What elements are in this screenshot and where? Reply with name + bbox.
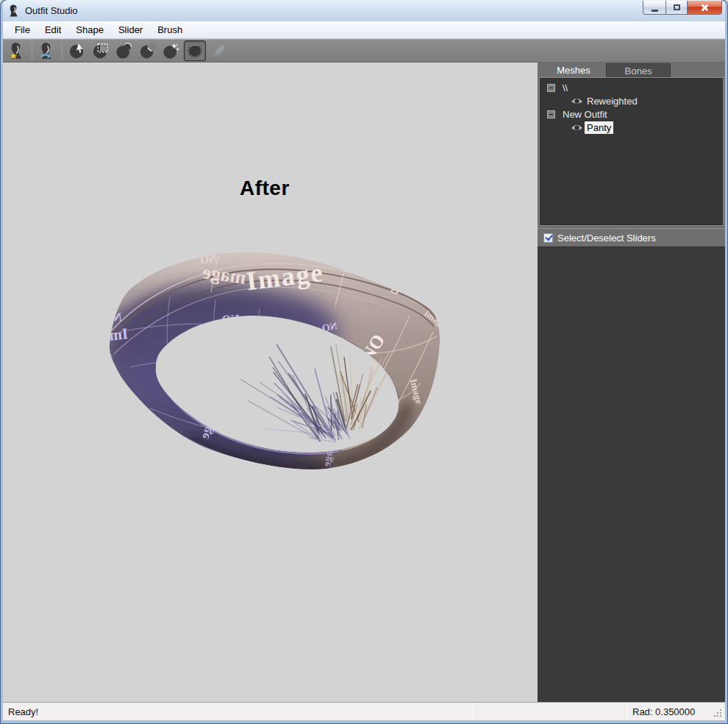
color-brush-icon [210, 42, 227, 60]
main-content: Image mage NO Image Image NO Image NO Im… [3, 63, 725, 702]
tab-bones[interactable]: Bones [606, 63, 671, 77]
tree-item-reweighted[interactable]: Reweighted [540, 94, 722, 107]
window-title: Outfit Studio [25, 5, 643, 16]
glitch-spikes [240, 338, 389, 442]
svg-text:NO: NO [104, 310, 123, 324]
mask-brush-icon [92, 42, 110, 60]
status-message: Ready! [8, 706, 38, 717]
menu-file[interactable]: File [7, 22, 38, 38]
eye-icon[interactable] [571, 96, 583, 105]
tree-item-new-outfit[interactable]: New Outfit [540, 107, 722, 121]
toolbar-separator [62, 42, 63, 60]
maximize-icon [674, 4, 680, 10]
inflate-brush-button[interactable] [113, 40, 135, 61]
minimize-icon [652, 10, 658, 12]
svg-text:Image: Image [308, 335, 343, 355]
svg-text:Image: Image [206, 327, 249, 347]
titlebar[interactable]: Outfit Studio [3, 0, 725, 21]
slider-toggle-bar[interactable]: Select/Deselect Sliders [538, 228, 725, 246]
inflate-brush-icon [115, 42, 133, 60]
deflate-brush-button[interactable] [137, 40, 159, 61]
load-project-button[interactable] [36, 40, 58, 61]
window-controls [643, 1, 722, 15]
select-tool-button[interactable] [66, 40, 88, 61]
load-project-icon [38, 42, 56, 60]
mask-brush-button[interactable] [90, 40, 112, 61]
tree-item-root[interactable]: \\ [540, 81, 722, 94]
collapse-icon[interactable] [547, 110, 555, 118]
close-button[interactable] [688, 1, 722, 15]
weight-brush-button[interactable] [184, 40, 206, 61]
app-icon [7, 4, 20, 17]
statusbar-divider [627, 705, 627, 718]
panty-mesh: Image mage NO Image Image NO Image NO Im… [3, 63, 538, 702]
maximize-button[interactable] [665, 1, 688, 15]
select-tool-icon [68, 42, 86, 60]
menu-slider[interactable]: Slider [111, 22, 150, 38]
tab-meshes[interactable]: Meshes [541, 63, 606, 77]
meshes-panel: Meshes Bones \\ Reweighted [538, 63, 725, 702]
statusbar: Ready! Rad: 0.350000 [3, 702, 725, 720]
minimize-button[interactable] [643, 1, 665, 15]
color-brush-button[interactable] [207, 40, 229, 61]
menu-brush[interactable]: Brush [150, 22, 190, 38]
move-brush-icon [163, 42, 180, 60]
new-project-button[interactable] [6, 40, 28, 61]
svg-text:NO: NO [218, 366, 241, 384]
meshes-tree[interactable]: \\ Reweighted New Outfit [540, 78, 723, 225]
panel-tabs: Meshes Bones [538, 63, 725, 77]
sliders-empty-area [538, 246, 725, 702]
select-deselect-checkbox[interactable] [543, 233, 553, 243]
move-brush-button[interactable] [160, 40, 182, 61]
toolbar-separator [32, 42, 32, 60]
viewport-3d[interactable]: Image mage NO Image Image NO Image NO Im… [3, 63, 538, 702]
new-project-icon [8, 42, 26, 60]
menubar: File Edit Shape Slider Brush [3, 21, 725, 39]
svg-text:NO: NO [221, 312, 240, 326]
slider-toggle-label: Select/Deselect Sliders [557, 233, 656, 244]
resize-grip[interactable] [714, 709, 723, 718]
deflate-brush-icon [139, 42, 157, 60]
annotation-after: After [240, 177, 290, 200]
svg-text:NO: NO [199, 252, 217, 266]
menu-shape[interactable]: Shape [68, 22, 111, 38]
statusbar-divider [473, 705, 474, 718]
brush-radius-value: Rad: 0.350000 [632, 706, 695, 717]
eye-icon[interactable] [571, 123, 583, 132]
toolbar [3, 39, 725, 63]
close-icon [701, 4, 709, 12]
weight-brush-icon [186, 42, 204, 60]
tree-item-panty[interactable]: Panty [540, 121, 722, 134]
app-window: Outfit Studio File Edit Shape Slider Bru… [0, 0, 728, 724]
menu-edit[interactable]: Edit [38, 22, 68, 38]
collapse-icon[interactable] [547, 84, 555, 92]
